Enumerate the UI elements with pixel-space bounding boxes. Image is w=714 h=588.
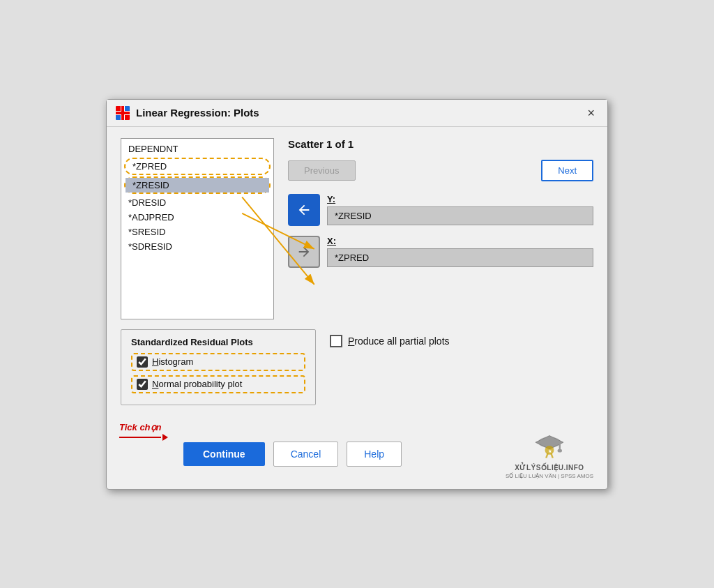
- close-button[interactable]: ×: [583, 105, 599, 121]
- std-resid-box: Standardized Residual Plots Histogram No…: [121, 329, 316, 405]
- title-bar: Linear Regression: Plots ×: [107, 100, 607, 127]
- y-label: Y:: [327, 194, 593, 204]
- partial-plots-checkbox[interactable]: [330, 335, 342, 347]
- arrow-left-icon: [296, 202, 312, 218]
- y-arrow-button[interactable]: [288, 194, 320, 226]
- var-item-sdresid[interactable]: *SDRESID: [121, 239, 273, 254]
- svg-line-19: [551, 453, 552, 458]
- x-axis-field: X: *ZPRED: [327, 236, 593, 267]
- top-wrapper: DEPENDNT *ZPRED *ZRESID *DRESID *ADJPRED…: [121, 138, 593, 319]
- logo-icon: ★: [533, 429, 566, 462]
- std-resid-title: Standardized Residual Plots: [131, 337, 305, 347]
- tick-arrow: [119, 434, 168, 441]
- var-item-zresid[interactable]: *ZRESID: [126, 178, 269, 193]
- var-item-sresid[interactable]: *SRESID: [121, 225, 273, 239]
- svg-rect-7: [116, 112, 130, 114]
- normal-prob-label[interactable]: Normal probability plot: [152, 379, 242, 389]
- scatter-panel: Scatter 1 of 1 Previous Next Y:: [288, 138, 593, 319]
- tick-arrow-head: [162, 434, 168, 441]
- x-axis-row: X: *ZPRED: [288, 236, 593, 268]
- cancel-button[interactable]: Cancel: [273, 442, 339, 467]
- var-item-dependnt[interactable]: DEPENDNT: [121, 142, 273, 156]
- scatter-title: Scatter 1 of 1: [288, 138, 593, 150]
- linear-regression-plots-dialog: Linear Regression: Plots × DEPENDNT *ZPR…: [106, 99, 608, 490]
- tick-arrow-line: [119, 437, 161, 438]
- var-item-dresid[interactable]: *DRESID: [121, 195, 273, 210]
- logo-area: ★ XỬLÝSỐLIỆU.INFO SỐ LIỆU LUẬN VĂN | SPS…: [506, 429, 593, 479]
- normal-prob-item: Normal probability plot: [131, 375, 305, 393]
- tick-text: Tick chọn: [119, 422, 162, 432]
- dialog-title: Linear Regression: Plots: [136, 107, 259, 119]
- histogram-label[interactable]: Histogram: [152, 356, 193, 367]
- histogram-item: Histogram: [131, 353, 305, 371]
- histogram-checkbox[interactable]: [137, 356, 148, 368]
- svg-line-18: [546, 453, 547, 458]
- x-value: *ZPRED: [327, 248, 593, 267]
- var-item-zpred[interactable]: *ZPRED: [126, 159, 269, 174]
- footer: Tick chọn Continue Cancel Help ★: [107, 423, 607, 489]
- x-label: X:: [327, 236, 593, 246]
- tick-annotation: Tick chọn: [119, 422, 168, 441]
- previous-button[interactable]: Previous: [288, 160, 356, 181]
- app-icon: [115, 105, 130, 121]
- dialog-body: DEPENDNT *ZPRED *ZRESID *DRESID *ADJPRED…: [107, 127, 607, 423]
- partial-plots-label: Produce all partial plots: [348, 336, 450, 347]
- continue-button[interactable]: Continue: [183, 442, 265, 466]
- y-axis-field: Y: *ZRESID: [327, 194, 593, 225]
- logo-sub: SỐ LIỆU LUẬN VĂN | SPSS AMOS: [506, 473, 593, 479]
- logo-text: XỬLÝSỐLIỆU.INFO: [515, 464, 584, 472]
- partial-plots-area: Produce all partial plots: [330, 329, 593, 347]
- x-arrow-button[interactable]: [288, 236, 320, 268]
- top-section: DEPENDNT *ZPRED *ZRESID *DRESID *ADJPRED…: [121, 138, 593, 319]
- svg-point-15: [558, 448, 562, 452]
- variable-list: DEPENDNT *ZPRED *ZRESID *DRESID *ADJPRED…: [121, 138, 274, 319]
- svg-rect-14: [559, 442, 561, 450]
- bottom-section: Standardized Residual Plots Histogram No…: [121, 329, 593, 405]
- next-button[interactable]: Next: [541, 160, 593, 181]
- help-button[interactable]: Help: [347, 442, 402, 467]
- var-item-adjpred[interactable]: *ADJPRED: [121, 210, 273, 225]
- partial-plots-row: Produce all partial plots: [330, 335, 450, 347]
- title-bar-left: Linear Regression: Plots: [115, 105, 259, 121]
- arrow-right-icon: [296, 244, 312, 259]
- scatter-nav: Previous Next: [288, 160, 593, 181]
- y-value: *ZRESID: [327, 206, 593, 225]
- normal-prob-checkbox[interactable]: [137, 379, 148, 390]
- y-axis-row: Y: *ZRESID: [288, 194, 593, 226]
